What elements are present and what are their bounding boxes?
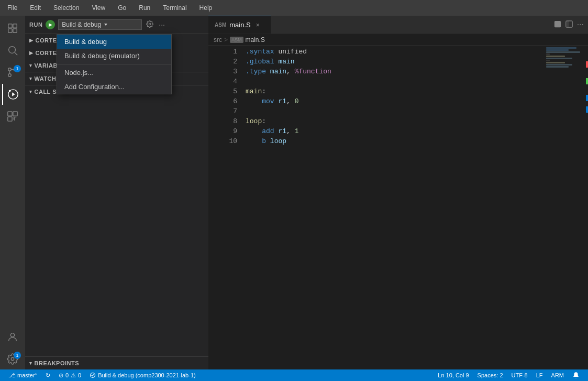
status-sync[interactable]: ↻ [41,369,54,381]
menu-selection[interactable]: Selection [51,3,81,13]
activity-explorer[interactable] [2,18,23,39]
breakpoints-label: BREAKPOINTS [35,360,80,366]
right-edge-bars [586,46,588,369]
breadcrumb-file[interactable]: main.S [246,36,265,43]
status-language[interactable]: ARM [547,369,568,381]
warnings-count: 0 [78,372,81,378]
menu-run[interactable]: Run [137,3,152,13]
task-icon [90,372,96,378]
status-encoding[interactable]: UTF-8 [507,369,532,381]
call-stack-chevron: ▾ [29,89,32,94]
source-control-badge: 1 [14,65,21,72]
code-content[interactable]: .syntax unified .global main .type main,… [241,46,544,369]
tab-filename: main.S [229,21,250,29]
status-eol[interactable]: LF [532,369,547,381]
titlebar: File Edit Selection View Go Run Terminal… [0,0,588,16]
breakpoints-section: ▾ BREAKPOINTS [25,356,208,369]
encoding-text: UTF-8 [512,372,528,378]
edge-bar-ok [586,78,588,84]
activity-search[interactable] [2,40,23,61]
svg-point-9 [9,90,11,92]
dropdown-separator [57,64,171,64]
edge-bar-info [586,95,588,101]
activity-extensions[interactable] [2,106,23,127]
dropdown-arrow-icon [103,22,108,27]
breadcrumb-src[interactable]: src [214,36,222,43]
errors-icon: ⊘ [59,372,63,379]
main-layout: 1 [0,16,588,369]
variables-chevron: ▾ [29,63,32,68]
more-actions-icon[interactable]: ··· [577,20,584,29]
activity-account[interactable] [2,326,23,347]
minimap [544,46,586,369]
status-line-col[interactable]: Ln 10, Col 9 [434,369,473,381]
status-branch[interactable]: ⎇ master* [4,369,41,381]
breakpoint-area [208,46,218,369]
sidebar-spacer [25,98,208,356]
menu-help[interactable]: Help [197,3,215,13]
branch-name: master* [17,372,37,378]
sidebar: RUN ▶ Build & debug ··· Build & debug B [25,16,208,369]
status-task[interactable]: Build & debug (comp2300-2021-lab-1) [85,369,200,381]
toggle-panel-icon[interactable] [565,20,573,29]
svg-rect-17 [566,20,572,27]
run-toolbar: RUN ▶ Build & debug ··· [25,16,208,34]
breakpoints-section-header[interactable]: ▾ BREAKPOINTS [25,357,208,369]
menu-view[interactable]: View [90,3,107,13]
activity-source-control[interactable]: 1 [2,62,23,83]
run-config-dropdown-menu: Build & debug Build & debug (emulator) N… [57,34,172,94]
tab-close-button[interactable]: × [256,21,260,29]
cortex-2-chevron: ▶ [29,50,34,56]
svg-rect-2 [8,29,12,32]
svg-point-4 [9,47,16,53]
tab-bar: ASM main.S × ··· [208,16,588,34]
spaces-text: Spaces: 2 [478,372,503,378]
breakpoints-chevron: ▾ [29,361,32,366]
run-config-dropdown[interactable]: Build & debug [58,19,142,30]
watch-chevron: ▾ [29,76,32,81]
run-play-button[interactable]: ▶ [46,20,55,29]
svg-point-13 [10,333,14,337]
svg-rect-1 [13,24,17,28]
status-bar: ⎇ master* ↻ ⊘ 0 ⚠ 0 Build & debug (comp2… [0,369,588,381]
breadcrumb-sep1: > [224,36,228,43]
activity-bar: 1 [0,16,25,369]
run-config-label: Build & debug [62,21,101,28]
dropdown-item-nodejs[interactable]: Node.js... [57,66,171,80]
tab-main-s[interactable]: ASM main.S × [208,16,271,34]
activity-settings[interactable]: 1 [2,349,23,369]
menu-terminal[interactable]: Terminal [161,3,188,13]
minimap-content [544,46,586,69]
dropdown-item-build-debug[interactable]: Build & debug [57,35,171,49]
run-settings-button[interactable] [145,19,154,30]
status-spaces[interactable]: Spaces: 2 [473,369,507,381]
menu-file[interactable]: File [5,3,19,13]
tab-asm-icon: ASM [215,22,226,28]
activity-run-debug[interactable] [2,84,23,105]
settings-badge: 1 [14,352,21,359]
svg-point-8 [8,68,12,71]
cortex-1-chevron: ▶ [29,38,34,43]
dropdown-item-add-config[interactable]: Add Configuration... [57,80,171,94]
svg-marker-15 [104,24,107,26]
notification-icon [572,372,580,379]
line-numbers: 1 2 3 4 5 6 7 8 9 10 [218,46,241,369]
menu-edit[interactable]: Edit [28,3,43,13]
warnings-icon: ⚠ [71,372,76,379]
svg-line-5 [15,52,17,55]
svg-point-14 [11,357,14,361]
split-editor-icon[interactable] [554,20,561,29]
watch-label: WATCH [35,75,57,82]
language-text: ARM [551,372,564,378]
svg-rect-0 [8,24,12,28]
breadcrumb-asm-badge: ASM [230,37,243,43]
task-label: Build & debug (comp2300-2021-lab-1) [98,372,196,378]
svg-point-6 [8,74,12,77]
menu-go[interactable]: Go [116,3,128,13]
status-notifications[interactable] [568,369,584,381]
run-more-button[interactable]: ··· [158,19,166,30]
titlebar-menu: File Edit Selection View Go Run Terminal… [5,3,214,13]
dropdown-item-build-debug-emulator[interactable]: Build & debug (emulator) [57,49,171,63]
status-errors[interactable]: ⊘ 0 ⚠ 0 [54,369,85,381]
code-editor[interactable]: 1 2 3 4 5 6 7 8 9 10 .syntax unified .gl… [208,46,588,369]
